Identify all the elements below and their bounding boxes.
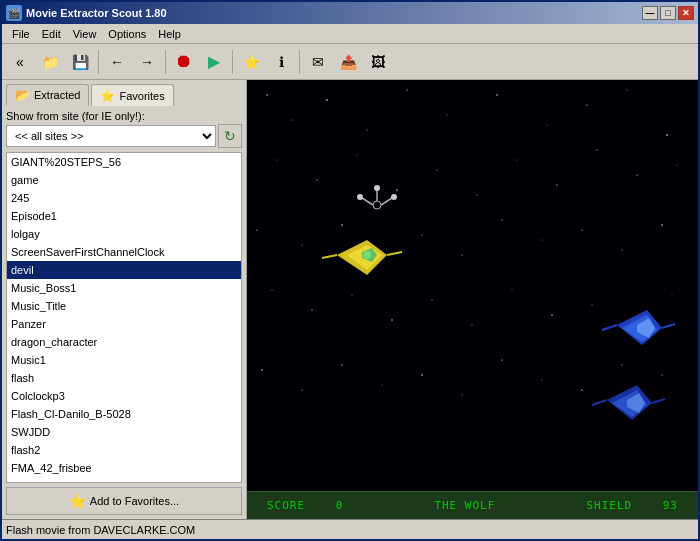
filter-row: Show from site (for IE only!): << all si… [6,110,242,148]
list-item[interactable]: SWJDD [7,423,241,441]
svg-point-32 [622,250,623,251]
svg-point-46 [302,390,303,391]
list-item[interactable]: %25Esection%3Dfortune100 [7,477,241,483]
svg-point-36 [352,295,353,296]
info-button[interactable]: ℹ [267,48,295,76]
site-filter-select[interactable]: << all sites >> [6,125,216,147]
svg-point-23 [256,229,257,230]
list-item[interactable]: Music_Title [7,297,241,315]
list-item[interactable]: GIANT%20STEPS_56 [7,153,241,171]
svg-point-2 [292,120,293,121]
svg-point-37 [391,319,392,320]
email-button[interactable]: ✉ [304,48,332,76]
back-button[interactable]: ← [103,48,131,76]
stop-record-button[interactable]: ⏺ [170,48,198,76]
svg-point-11 [666,134,668,136]
svg-point-52 [542,380,543,381]
svg-point-20 [597,150,598,151]
tab-extracted[interactable]: 📂 Extracted [6,84,89,106]
list-item[interactable]: flash [7,369,241,387]
save-button[interactable]: 💾 [66,48,94,76]
svg-point-49 [421,374,422,375]
svg-point-5 [406,89,407,90]
svg-point-40 [512,290,513,291]
menu-edit[interactable]: Edit [36,26,67,42]
svg-point-4 [367,130,368,131]
list-item[interactable]: lolgay [7,225,241,243]
movie-area: SCORE 0 THE WOLF SHIELD 93 [247,80,698,519]
hud-score-label: SCORE [267,499,305,512]
hud-bar: SCORE 0 THE WOLF SHIELD 93 [247,491,698,519]
forward-button[interactable]: → [133,48,161,76]
svg-point-31 [581,229,582,230]
minimize-button[interactable]: — [642,6,658,20]
svg-point-35 [311,309,312,310]
list-item[interactable]: Colclockp3 [7,387,241,405]
back-nav-button[interactable]: « [6,48,34,76]
toolbar: « 📁 💾 ← → ⏺ ▶ ⭐ ℹ ✉ 📤 🖼 [2,44,698,80]
svg-point-16 [437,170,438,171]
svg-point-45 [261,369,262,370]
svg-point-8 [547,125,548,126]
menu-file[interactable]: File [6,26,36,42]
svg-point-33 [661,224,662,225]
svg-point-44 [672,295,673,296]
refresh-button[interactable]: ↻ [218,124,242,148]
list-item[interactable]: 245 [7,189,241,207]
svg-point-42 [592,305,593,306]
close-button[interactable]: ✕ [678,6,694,20]
menu-bar: File Edit View Options Help [2,24,698,44]
status-text: Flash movie from DAVECLARKE.COM [6,524,195,536]
svg-point-30 [542,240,543,241]
maximize-button[interactable]: □ [660,6,676,20]
svg-point-12 [277,160,278,161]
svg-point-10 [627,90,628,91]
status-bar: Flash movie from DAVECLARKE.COM [2,519,698,539]
favorites-button[interactable]: ⭐ [237,48,265,76]
play-button[interactable]: ▶ [200,48,228,76]
add-to-favorites-button[interactable]: ⭐ Add to Favorites... [6,487,242,515]
export-button[interactable]: 📤 [334,48,362,76]
app-icon: 🎬 [6,5,22,21]
favorites-tab-icon: ⭐ [100,89,115,103]
svg-point-21 [636,174,637,175]
hud-shield-label: SHIELD [586,499,632,512]
svg-point-22 [677,165,678,166]
extracted-list[interactable]: GIANT%20STEPS_56 game 245 Episode1 lolga… [6,152,242,483]
list-item[interactable]: dragon_character [7,333,241,351]
list-item[interactable]: Panzer [7,315,241,333]
list-item[interactable]: FMA_42_frisbee [7,459,241,477]
svg-point-55 [661,374,662,375]
menu-options[interactable]: Options [102,26,152,42]
list-item[interactable]: flash2 [7,441,241,459]
menu-view[interactable]: View [67,26,103,42]
filter-controls: << all sites >> ↻ [6,124,242,148]
filter-label: Show from site (for IE only!): [6,110,242,122]
svg-point-60 [357,194,363,200]
list-item[interactable]: game [7,171,241,189]
svg-point-3 [326,99,328,101]
list-item[interactable]: Music1 [7,351,241,369]
tabs-row: 📂 Extracted ⭐ Favorites [6,84,242,106]
title-bar-left: 🎬 Movie Extractor Scout 1.80 [6,5,167,21]
svg-point-61 [391,194,397,200]
stars-background [247,80,698,519]
open-folder-button[interactable]: 📁 [36,48,64,76]
main-window: 🎬 Movie Extractor Scout 1.80 — □ ✕ File … [0,0,700,541]
list-item[interactable]: Episode1 [7,207,241,225]
toolbar-sep-2 [165,50,166,74]
tab-favorites[interactable]: ⭐ Favorites [91,84,173,106]
list-item[interactable]: Music_Boss1 [7,279,241,297]
svg-point-15 [396,189,397,190]
list-item[interactable]: ScreenSaverFirstChannelClock [7,243,241,261]
list-item[interactable]: Flash_Cl-Danilo_B-5028 [7,405,241,423]
screenshot-button[interactable]: 🖼 [364,48,392,76]
toolbar-sep-3 [232,50,233,74]
svg-point-9 [586,104,587,105]
menu-help[interactable]: Help [152,26,187,42]
add-fav-label: Add to Favorites... [90,495,179,507]
svg-point-13 [316,179,317,180]
svg-point-7 [496,94,497,95]
list-item-selected[interactable]: devil [7,261,241,279]
svg-rect-0 [247,80,698,519]
